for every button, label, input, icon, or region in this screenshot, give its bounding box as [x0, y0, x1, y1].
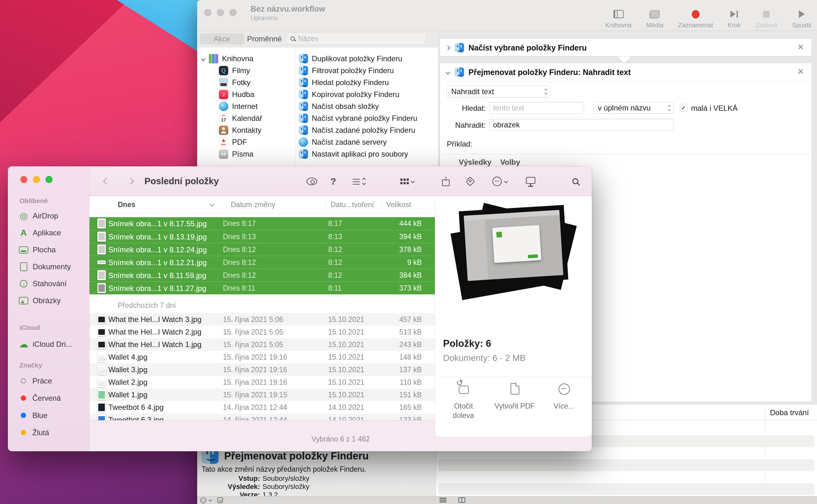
column-divider[interactable]: [226, 199, 226, 211]
log-list-view-icon[interactable]: [440, 498, 447, 503]
workflow-step-1[interactable]: Načíst vybrané položky Finderu ✕: [440, 38, 812, 56]
file-row[interactable]: Wallet 4.jpg 15. října 2021 19:16 15.10.…: [89, 351, 435, 363]
file-row-selected[interactable]: Snímek obra...1 v 8.12.24.jpg Dnes 8:12 …: [89, 243, 435, 256]
action-list-item[interactable]: Filtrovat položky Finderu: [295, 65, 438, 77]
file-row-selected[interactable]: Snímek obra...1 v 8.12.21.jpg Dnes 8:12 …: [89, 256, 435, 269]
file-row[interactable]: What the Hel...l Watch 1.jpg 15. října 2…: [89, 338, 435, 351]
back-button[interactable]: [104, 166, 109, 196]
action-list-item[interactable]: Kopírovat položky Finderu: [295, 88, 438, 100]
sidebar-tag-item[interactable]: Červená: [8, 389, 89, 407]
chevron-down-icon[interactable]: [201, 56, 206, 61]
file-row-selected[interactable]: Snímek obra...1 v 8.17.55.jpg Dnes 8:17 …: [89, 217, 435, 230]
find-input[interactable]: [490, 102, 584, 114]
scope-dropdown[interactable]: v úplném názvu: [593, 102, 674, 114]
quick-action-button[interactable]: Otočit doleva: [443, 381, 484, 420]
toolbar-button[interactable]: Média: [646, 3, 663, 29]
library-category-item[interactable]: Fotky: [197, 77, 295, 88]
quick-action-button[interactable]: Vytvořit PDF: [494, 381, 535, 411]
library-category-item[interactable]: PDF: [197, 136, 295, 148]
sidebar-tag-item[interactable]: Práce: [8, 372, 89, 389]
column-header-modified[interactable]: Datum změny: [231, 201, 275, 209]
tag-button[interactable]: [467, 166, 474, 196]
help-button[interactable]: ?: [330, 166, 336, 196]
file-row-selected[interactable]: Snímek obra...1 v 8.13.19.jpg Dnes 8:13 …: [89, 230, 435, 243]
toolbar-button[interactable]: Spustit: [792, 3, 811, 29]
library-category-item[interactable]: Písma: [197, 148, 295, 160]
quick-look-button[interactable]: [306, 166, 317, 196]
file-row[interactable]: Wallet 2.jpg 15. října 2021 19:16 15.10.…: [89, 376, 435, 389]
close-window-button[interactable]: [204, 9, 211, 16]
column-divider[interactable]: [325, 199, 326, 211]
sidebar-item-icloud-drive[interactable]: iCloud Dri...: [8, 336, 89, 353]
sidebar-item[interactable]: Obrázky: [8, 292, 89, 309]
library-category-item[interactable]: Filmy: [197, 65, 295, 77]
chevron-down-icon[interactable]: [210, 202, 215, 207]
remove-step-button[interactable]: ✕: [797, 43, 805, 51]
disclosure-chevron-right-icon[interactable]: [446, 45, 451, 50]
search-button[interactable]: [573, 166, 578, 196]
rename-mode-dropdown[interactable]: Nahradit text: [447, 86, 550, 97]
action-list-item[interactable]: Načíst obsah složky: [295, 100, 438, 112]
chevron-down-icon[interactable]: [208, 498, 212, 501]
library-category-item[interactable]: Hudba: [197, 88, 295, 100]
minimize-window-button[interactable]: [217, 9, 224, 16]
zoom-window-button[interactable]: [229, 9, 236, 16]
action-list-item[interactable]: Duplikovat položky Finderu: [295, 53, 438, 65]
action-list-item[interactable]: Načíst zadané položky Finderu: [295, 124, 438, 136]
remove-step-button[interactable]: ✕: [797, 67, 805, 76]
file-row[interactable]: Wallet 3.jpg 15. října 2021 19:16 15.10.…: [89, 363, 435, 376]
column-divider[interactable]: [381, 199, 382, 211]
view-mode-button[interactable]: [352, 166, 365, 196]
action-search-field[interactable]: [286, 33, 426, 45]
column-header-created[interactable]: Datu...tvoření: [330, 201, 374, 209]
tab-variables[interactable]: Proměnné: [244, 33, 284, 45]
share-button[interactable]: [442, 166, 450, 196]
file-row[interactable]: What the Hel...l Watch 2.jpg 15. října 2…: [89, 326, 435, 338]
column-header-size[interactable]: Velikost: [386, 201, 411, 209]
forward-button[interactable]: [128, 166, 133, 196]
more-actions-button[interactable]: [492, 166, 508, 196]
sidebar-item[interactable]: Aplikace: [8, 224, 89, 241]
sidebar-item[interactable]: AirDrop: [8, 207, 89, 224]
library-root-item[interactable]: Knihovna: [197, 53, 295, 65]
quick-action-button[interactable]: Více...: [544, 381, 584, 411]
replace-input[interactable]: [490, 119, 674, 131]
minimize-window-button[interactable]: [33, 176, 40, 183]
case-sensitive-checkbox[interactable]: [680, 104, 687, 111]
description-toggle-icon[interactable]: [217, 497, 223, 503]
sidebar-tag-item[interactable]: Žlutá: [8, 424, 89, 441]
toolbar-button[interactable]: Zastavit: [755, 3, 777, 29]
toolbar-button[interactable]: Krok: [728, 3, 741, 29]
library-category-item[interactable]: Kontakty: [197, 124, 295, 136]
more-options-icon[interactable]: [200, 497, 206, 503]
log-duration-column-header[interactable]: Doba trvání: [770, 408, 809, 417]
toolbar-button[interactable]: Knihovna: [605, 3, 632, 29]
toolbar-button[interactable]: Zaznamenat: [678, 3, 713, 29]
sidebar-item[interactable]: Stahování: [8, 275, 89, 292]
zoom-window-button[interactable]: [46, 176, 52, 183]
file-row[interactable]: Wallet 1.jpg 15. října 2021 19:15 15.10.…: [89, 389, 435, 401]
library-category-item[interactable]: Kalendář: [197, 112, 295, 124]
action-list-item[interactable]: Načíst zadané servery: [295, 136, 438, 148]
group-by-button[interactable]: [400, 166, 414, 196]
file-row-selected[interactable]: Snímek obra...1 v 8.11.59.jpg Dnes 8:12 …: [89, 269, 435, 281]
tab-actions[interactable]: Akce: [200, 33, 244, 45]
file-row[interactable]: What the Hel...l Watch 3.jpg 15. října 2…: [89, 313, 435, 326]
library-category-item[interactable]: Internet: [197, 100, 295, 112]
sidebar-tag-item[interactable]: Blue: [8, 407, 89, 424]
close-window-button[interactable]: [20, 176, 27, 183]
action-list-item[interactable]: Načíst vybrané položky Finderu: [295, 112, 438, 124]
search-input[interactable]: [298, 35, 417, 43]
results-link[interactable]: Výsledky: [459, 158, 492, 167]
column-header-group[interactable]: Dnes: [118, 201, 135, 209]
sidebar-item[interactable]: Plocha: [8, 241, 89, 258]
action-list-item[interactable]: Nastavit aplikaci pro soubory: [295, 148, 438, 160]
file-row-selected[interactable]: Snímek obra...1 v 8.11.27.jpg Dnes 8:11 …: [89, 281, 435, 294]
action-list-item[interactable]: Hledat položky Finderu: [295, 77, 438, 88]
file-row[interactable]: Tweetbot 6 4.jpg 14. října 2021 12:44 14…: [89, 401, 435, 414]
file-row[interactable]: Tweetbot 6 3.jpg 14. října 2021 12:44 14…: [89, 414, 435, 420]
options-link[interactable]: Volby: [500, 158, 520, 167]
log-columns-view-icon[interactable]: [459, 497, 465, 503]
screen-button[interactable]: [526, 166, 535, 196]
disclosure-chevron-down-icon[interactable]: [446, 70, 451, 75]
